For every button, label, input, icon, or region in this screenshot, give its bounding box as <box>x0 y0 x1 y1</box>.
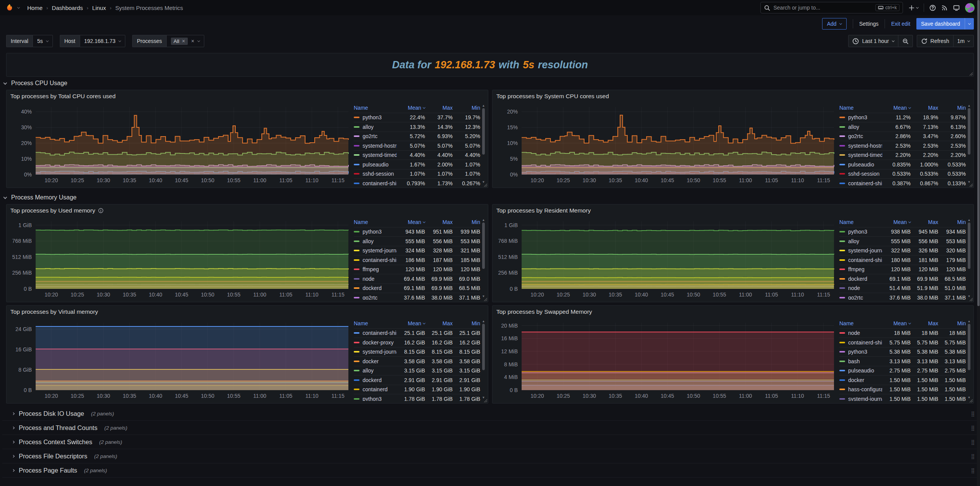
chip-remove-icon[interactable]: × <box>182 38 185 44</box>
page-scrollbar[interactable] <box>977 0 980 486</box>
drag-handle-icon[interactable]: ⣿ <box>971 468 974 473</box>
legend-sort-max[interactable]: Max <box>911 219 938 225</box>
series-label[interactable]: python3 <box>354 229 397 235</box>
series-label[interactable]: systemd-timedat <box>839 152 882 158</box>
legend-sort-min[interactable]: Min <box>453 219 480 225</box>
panel-title[interactable]: Top processes by Swapped Memory <box>492 306 973 318</box>
search-input[interactable] <box>773 5 872 11</box>
drag-handle-icon[interactable]: ⣿ <box>971 439 974 445</box>
save-dashboard-button[interactable]: Save dashboard <box>916 18 974 30</box>
series-label[interactable]: docker <box>839 377 882 383</box>
panel-resize-handle[interactable] <box>969 297 973 301</box>
legend-scrollbar[interactable]: ▲ ▼ <box>481 104 486 184</box>
scrollbar-thumb[interactable] <box>482 324 485 370</box>
scroll-up-icon[interactable]: ▲ <box>482 218 485 222</box>
series-label[interactable]: docker-proxy <box>354 339 397 346</box>
legend-sort-min[interactable]: Min <box>938 105 966 111</box>
series-label[interactable]: dockerd <box>839 276 882 282</box>
series-label[interactable]: systemd-hostnam <box>839 143 882 149</box>
legend-sort-name[interactable]: Name <box>354 105 397 111</box>
series-label[interactable]: alloy <box>354 238 397 244</box>
user-avatar[interactable] <box>965 3 975 13</box>
grafana-logo-icon[interactable] <box>5 3 14 12</box>
series-label[interactable]: go2rtc <box>354 133 397 139</box>
breadcrumb-home[interactable]: Home <box>27 5 43 11</box>
panel-resize-handle[interactable] <box>483 183 488 187</box>
new-menu-button[interactable] <box>908 5 918 11</box>
series-label[interactable]: node <box>839 330 882 336</box>
legend-sort-name[interactable]: Name <box>354 320 397 326</box>
drag-handle-icon[interactable]: ⣿ <box>971 453 974 459</box>
clear-all-icon[interactable]: × <box>191 38 194 44</box>
time-range-picker[interactable]: Last 1 hour <box>849 35 898 47</box>
scrollbar-thumb[interactable] <box>968 108 970 155</box>
series-label[interactable]: systemd-journal <box>839 247 882 254</box>
series-label[interactable]: sshd-session <box>354 171 397 177</box>
series-label[interactable]: alloy <box>354 124 397 130</box>
legend-scrollbar[interactable]: ▲ ▼ <box>481 320 486 399</box>
legend-sort-name[interactable]: Name <box>354 219 397 225</box>
panel-resize-handle[interactable] <box>969 71 973 76</box>
host-value-dropdown[interactable]: 192.168.1.73 <box>80 35 126 47</box>
series-label[interactable]: containerd-shim <box>839 257 882 263</box>
panel-resize-handle[interactable] <box>483 297 488 301</box>
scrollbar-thumb[interactable] <box>968 324 970 370</box>
legend-sort-mean[interactable]: Mean <box>882 105 911 111</box>
series-label[interactable]: python3 <box>839 114 882 120</box>
settings-button[interactable]: Settings <box>859 21 879 27</box>
scroll-up-icon[interactable]: ▲ <box>968 320 971 323</box>
series-label[interactable]: node <box>354 276 397 282</box>
zoom-out-button[interactable] <box>898 35 913 47</box>
collapsed-row-2[interactable]: Process Context Switches (2 panels) ⣿ <box>2 435 978 449</box>
series-label[interactable]: python3 <box>354 114 397 120</box>
display-button[interactable] <box>953 5 960 11</box>
legend-sort-max[interactable]: Max <box>911 105 938 111</box>
exit-edit-button[interactable]: Exit edit <box>891 21 910 27</box>
time-series-chart[interactable]: 0 B256 MiB512 MiB768 MiB1 GiB10:2010:251… <box>9 217 351 300</box>
breadcrumb-linux[interactable]: Linux <box>92 5 106 11</box>
series-label[interactable]: systemd-journal <box>839 396 882 401</box>
legend-sort-mean[interactable]: Mean <box>882 219 911 225</box>
panel-title[interactable]: Top processes by Resident Memory <box>492 204 973 217</box>
legend-sort-name[interactable]: Name <box>839 105 882 111</box>
series-label[interactable]: python3 <box>839 349 882 355</box>
time-series-chart[interactable]: 0%5%10%15%20%10:2010:2510:3010:3510:4010… <box>495 102 837 185</box>
series-label[interactable]: go2rtc <box>839 133 882 139</box>
series-label[interactable]: dockerd <box>354 285 397 291</box>
series-label[interactable]: containerd <box>354 386 397 392</box>
panel-title[interactable]: Top processes by Used memory <box>7 204 488 217</box>
scroll-up-icon[interactable]: ▲ <box>968 218 971 222</box>
legend-scrollbar[interactable]: ▲ ▼ <box>967 320 971 399</box>
series-label[interactable]: systemd-timedat <box>354 152 397 158</box>
scrollbar-thumb[interactable] <box>968 222 970 269</box>
collapsed-row-3[interactable]: Process File Descriptors (2 panels) ⣿ <box>2 449 978 463</box>
panel-title[interactable]: Top processes by System CPU cores used <box>492 90 973 102</box>
series-label[interactable]: bash <box>839 358 882 364</box>
series-label[interactable]: containerd-shim <box>354 330 397 336</box>
series-label[interactable]: alloy <box>839 124 882 130</box>
series-label[interactable]: python3 <box>839 229 882 235</box>
series-label[interactable]: ffmpeg <box>354 266 397 272</box>
series-label[interactable]: node <box>839 285 882 291</box>
time-series-chart[interactable]: 0 B256 MiB512 MiB768 MiB1 GiB10:2010:251… <box>495 217 837 300</box>
legend-sort-max[interactable]: Max <box>911 320 938 326</box>
scroll-up-icon[interactable]: ▲ <box>482 104 485 107</box>
series-label[interactable]: alloy <box>354 367 397 374</box>
series-label[interactable]: systemd-hostnam <box>354 143 397 149</box>
scrollbar-thumb[interactable] <box>482 222 485 269</box>
refresh-button[interactable]: Refresh <box>917 35 953 47</box>
legend-sort-max[interactable]: Max <box>425 105 453 111</box>
collapsed-row-1[interactable]: Process and Thread Counts (2 panels) ⣿ <box>2 421 978 435</box>
add-button[interactable]: Add <box>822 18 847 30</box>
series-label[interactable]: dockerd <box>354 377 397 383</box>
series-label[interactable]: hass-configurat <box>839 386 882 392</box>
series-label[interactable]: systemd-journal <box>354 349 397 355</box>
legend-sort-max[interactable]: Max <box>425 219 453 225</box>
legend-scrollbar[interactable]: ▲ ▼ <box>481 218 486 298</box>
series-label[interactable]: python3 <box>354 396 397 401</box>
panel-resize-handle[interactable] <box>483 398 488 403</box>
series-label[interactable]: containerd-shim <box>839 180 882 185</box>
series-label[interactable]: docker <box>354 358 397 364</box>
series-label[interactable]: sshd-session <box>839 171 882 177</box>
refresh-interval-dropdown[interactable]: 1m <box>953 35 973 47</box>
